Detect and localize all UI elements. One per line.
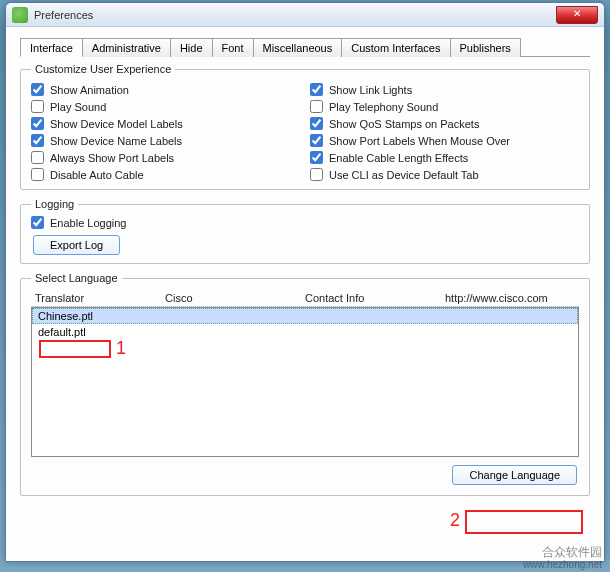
group-select-language: Select Language Translator Cisco Contact… bbox=[20, 272, 590, 496]
opt-enable-cable-length-effects[interactable]: Enable Cable Length Effects bbox=[310, 151, 579, 164]
tab-publishers[interactable]: Publishers bbox=[450, 38, 521, 57]
tab-hide[interactable]: Hide bbox=[170, 38, 213, 57]
chk-show-port-labels-mouseover[interactable] bbox=[310, 134, 323, 147]
col-translator: Translator bbox=[35, 292, 165, 304]
opt-show-port-labels-mouseover[interactable]: Show Port Labels When Mouse Over bbox=[310, 134, 579, 147]
group-customize: Customize User Experience Show Animation… bbox=[20, 63, 590, 190]
group-select-language-legend: Select Language bbox=[31, 272, 122, 284]
language-row-default[interactable]: default.ptl bbox=[32, 324, 578, 340]
chk-show-link-lights[interactable] bbox=[310, 83, 323, 96]
lbl: Enable Logging bbox=[50, 217, 126, 229]
lbl: Show Animation bbox=[50, 84, 129, 96]
change-language-button[interactable]: Change Language bbox=[452, 465, 577, 485]
lbl: Play Sound bbox=[50, 101, 106, 113]
col-contact: Contact Info bbox=[305, 292, 445, 304]
options-grid: Show Animation Show Link Lights Play Sou… bbox=[31, 81, 579, 181]
chk-use-cli-default-tab[interactable] bbox=[310, 168, 323, 181]
titlebar[interactable]: Preferences ✕ bbox=[6, 3, 604, 27]
tab-miscellaneous[interactable]: Miscellaneous bbox=[253, 38, 343, 57]
chk-show-device-name-labels[interactable] bbox=[31, 134, 44, 147]
group-logging-legend: Logging bbox=[31, 198, 78, 210]
lbl: Use CLI as Device Default Tab bbox=[329, 169, 479, 181]
window-title: Preferences bbox=[34, 9, 93, 21]
chk-disable-auto-cable[interactable] bbox=[31, 168, 44, 181]
language-columns-header: Translator Cisco Contact Info http://www… bbox=[31, 290, 579, 307]
tab-administrative[interactable]: Administrative bbox=[82, 38, 171, 57]
opt-show-device-model-labels[interactable]: Show Device Model Labels bbox=[31, 117, 300, 130]
lbl: Disable Auto Cable bbox=[50, 169, 144, 181]
tab-interface[interactable]: Interface bbox=[20, 38, 83, 57]
lbl: Show Device Name Labels bbox=[50, 135, 182, 147]
group-logging: Logging Enable Logging Export Log bbox=[20, 198, 590, 264]
tab-custom-interfaces[interactable]: Custom Interfaces bbox=[341, 38, 450, 57]
opt-play-telephony-sound[interactable]: Play Telephony Sound bbox=[310, 100, 579, 113]
col-url: http://www.cisco.com bbox=[445, 292, 575, 304]
chk-enable-logging[interactable] bbox=[31, 216, 44, 229]
opt-show-qos-stamps[interactable]: Show QoS Stamps on Packets bbox=[310, 117, 579, 130]
chk-play-sound[interactable] bbox=[31, 100, 44, 113]
chk-show-qos-stamps[interactable] bbox=[310, 117, 323, 130]
lbl: Enable Cable Length Effects bbox=[329, 152, 468, 164]
lbl: Show QoS Stamps on Packets bbox=[329, 118, 479, 130]
export-log-button[interactable]: Export Log bbox=[33, 235, 120, 255]
app-icon bbox=[12, 7, 28, 23]
chk-play-telephony-sound[interactable] bbox=[310, 100, 323, 113]
col-cisco: Cisco bbox=[165, 292, 305, 304]
lbl: Always Show Port Labels bbox=[50, 152, 174, 164]
opt-show-device-name-labels[interactable]: Show Device Name Labels bbox=[31, 134, 300, 147]
chk-enable-cable-length-effects[interactable] bbox=[310, 151, 323, 164]
opt-play-sound[interactable]: Play Sound bbox=[31, 100, 300, 113]
opt-always-show-port-labels[interactable]: Always Show Port Labels bbox=[31, 151, 300, 164]
chk-show-device-model-labels[interactable] bbox=[31, 117, 44, 130]
chk-always-show-port-labels[interactable] bbox=[31, 151, 44, 164]
lbl: Show Device Model Labels bbox=[50, 118, 183, 130]
opt-disable-auto-cable[interactable]: Disable Auto Cable bbox=[31, 168, 300, 181]
close-button[interactable]: ✕ bbox=[556, 6, 598, 24]
opt-show-animation[interactable]: Show Animation bbox=[31, 83, 300, 96]
tab-strip: Interface Administrative Hide Font Misce… bbox=[20, 37, 590, 57]
lbl: Play Telephony Sound bbox=[329, 101, 438, 113]
language-row-chinese[interactable]: Chinese.ptl bbox=[32, 308, 578, 324]
opt-enable-logging[interactable]: Enable Logging bbox=[31, 216, 579, 229]
chk-show-animation[interactable] bbox=[31, 83, 44, 96]
opt-use-cli-default-tab[interactable]: Use CLI as Device Default Tab bbox=[310, 168, 579, 181]
language-list[interactable]: Chinese.ptl default.ptl bbox=[31, 307, 579, 457]
lbl: Show Link Lights bbox=[329, 84, 412, 96]
tab-font[interactable]: Font bbox=[212, 38, 254, 57]
opt-show-link-lights[interactable]: Show Link Lights bbox=[310, 83, 579, 96]
client-area: Interface Administrative Hide Font Misce… bbox=[6, 27, 604, 561]
group-customize-legend: Customize User Experience bbox=[31, 63, 175, 75]
preferences-window: Preferences ✕ Interface Administrative H… bbox=[5, 2, 605, 562]
lbl: Show Port Labels When Mouse Over bbox=[329, 135, 510, 147]
